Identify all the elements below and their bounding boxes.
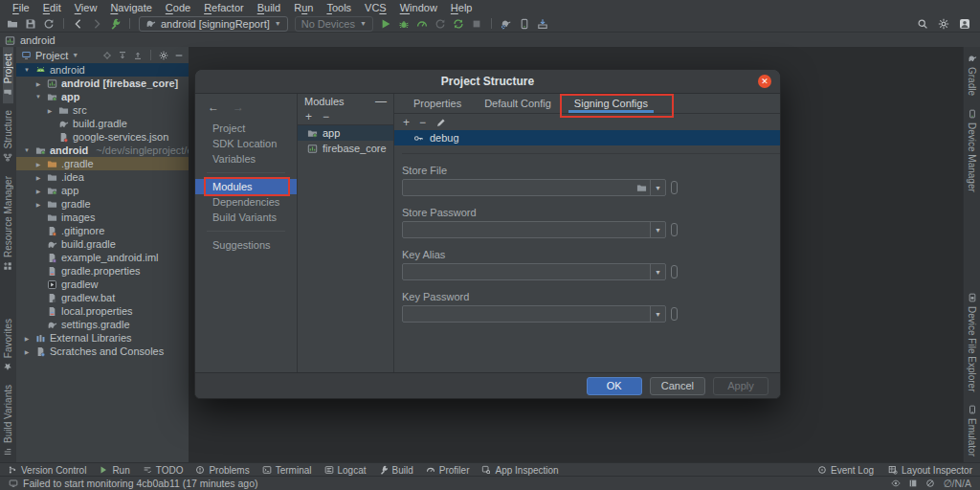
tree-item-app[interactable]: ▶app — [16, 184, 189, 197]
profile-icon[interactable] — [416, 18, 428, 30]
eye-icon[interactable] — [891, 479, 901, 488]
tree-item-idea[interactable]: ▶.idea — [16, 170, 189, 184]
expand-arrow-icon[interactable]: ▶ — [22, 348, 32, 355]
run-configuration-select[interactable]: android [signingReport]▼ — [139, 16, 288, 32]
tab-signing-configs[interactable]: Signing Configs — [563, 94, 659, 113]
menu-item-run[interactable]: Run — [287, 2, 320, 13]
apply-changes-icon[interactable] — [453, 18, 464, 30]
tree-item-android-firebase-core[interactable]: ▶android [firebase_core] — [16, 77, 189, 90]
dialog-nav-item-sdk-location[interactable]: SDK Location — [195, 136, 297, 151]
open-project-icon[interactable] — [7, 18, 18, 30]
chevron-down-icon[interactable]: ▼ — [650, 264, 665, 279]
tool-window-button-terminal[interactable]: Terminal — [262, 465, 312, 476]
dialog-nav-item-dependencies[interactable]: Dependencies — [195, 194, 297, 210]
coverage-icon[interactable] — [434, 18, 446, 30]
tree-item-google-services-json[interactable]: google-services.json — [16, 130, 189, 144]
tab-default-config[interactable]: Default Config — [473, 94, 563, 113]
expand-arrow-icon[interactable]: ▶ — [33, 161, 43, 167]
collapse-arrow-icon[interactable]: ▼ — [33, 94, 43, 100]
sync-gradle-icon[interactable] — [501, 18, 512, 30]
expand-arrow-icon[interactable]: ▶ — [22, 335, 32, 342]
tree-item-scratches-and-consoles[interactable]: ▶Scratches and Consoles — [16, 345, 189, 358]
tree-item-gradlew[interactable]: gradlew — [16, 278, 189, 291]
tree-item-gradle[interactable]: ▶.gradle — [16, 157, 189, 170]
tree-item-images[interactable]: images — [16, 211, 189, 224]
project-view-selector[interactable]: Project — [35, 50, 68, 61]
tree-item-app[interactable]: ▼app — [16, 90, 189, 103]
tool-window-button-app-inspection[interactable]: App Inspection — [481, 465, 558, 476]
tree-item-local-properties[interactable]: local.properties — [16, 304, 189, 318]
module-item-app[interactable]: app — [298, 125, 393, 141]
device-manager-icon[interactable] — [519, 18, 530, 30]
dialog-nav-item-modules[interactable]: Modules — [195, 179, 297, 194]
tool-window-button-event-log[interactable]: Event Log — [817, 465, 874, 476]
chevron-down-icon[interactable]: ▼ — [72, 52, 78, 58]
expand-arrow-icon[interactable]: ▶ — [33, 174, 43, 181]
menu-item-navigate[interactable]: Navigate — [103, 2, 158, 13]
tree-item-example-android-iml[interactable]: example_android.iml — [16, 251, 189, 264]
tool-strip-item-favorites[interactable]: Favorites — [3, 312, 13, 378]
close-icon[interactable]: ✕ — [758, 75, 771, 88]
dialog-nav-item-project[interactable]: Project — [195, 121, 297, 136]
tree-item-gitignore[interactable]: .gitignore — [16, 224, 189, 237]
menu-item-help[interactable]: Help — [444, 2, 479, 13]
tree-item-external-libraries[interactable]: ▶External Libraries — [16, 331, 189, 345]
key-alias-input[interactable]: ▼ — [402, 263, 666, 280]
tool-window-button-build[interactable]: Build — [379, 465, 413, 476]
gear-icon[interactable] — [159, 51, 168, 60]
menu-item-vcs[interactable]: VCS — [358, 2, 393, 13]
tree-item-build-gradle[interactable]: build.gradle — [16, 117, 189, 130]
hide-panel-icon[interactable]: — — [375, 97, 387, 106]
collapse-all-icon[interactable] — [133, 51, 143, 60]
tree-item-gradlew-bat[interactable]: gradlew.bat — [16, 291, 189, 304]
tool-window-button-layout-inspector[interactable]: Layout Inspector — [888, 465, 972, 476]
tool-strip-item-resource-manager[interactable]: Resource Manager — [3, 169, 13, 278]
chevron-down-icon[interactable]: ▼ — [650, 180, 665, 195]
rename-config-icon[interactable] — [435, 117, 447, 128]
tool-window-button-logcat[interactable]: Logcat — [324, 465, 367, 476]
forward-icon[interactable] — [91, 18, 102, 30]
store-password-input[interactable]: ▼ — [402, 221, 666, 238]
tool-window-button-run[interactable]: Run — [99, 465, 129, 476]
tool-strip-item-build-variants[interactable]: Build Variants — [3, 378, 13, 463]
variable-selector-icon[interactable] — [671, 181, 678, 194]
tool-strip-item-emulator[interactable]: Emulator — [967, 398, 977, 463]
build-icon[interactable] — [109, 18, 121, 30]
locate-icon[interactable] — [102, 51, 112, 60]
tool-window-button-todo[interactable]: TODO — [143, 465, 184, 476]
menu-item-tools[interactable]: Tools — [320, 2, 358, 13]
dialog-nav-item-variables[interactable]: Variables — [195, 151, 297, 167]
save-icon[interactable] — [25, 18, 36, 30]
chevron-down-icon[interactable]: ▼ — [650, 222, 665, 237]
tree-item-src[interactable]: ▶src — [16, 103, 189, 117]
tool-strip-item-gradle[interactable]: Gradle — [967, 47, 977, 102]
tree-item-settings-gradle[interactable]: settings.gradle — [16, 318, 189, 331]
expand-all-icon[interactable] — [118, 51, 127, 60]
tree-item-android[interactable]: ▼android — [16, 63, 189, 77]
back-icon[interactable]: ← — [208, 100, 219, 114]
refresh-icon[interactable] — [43, 18, 55, 30]
expand-arrow-icon[interactable]: ▶ — [33, 201, 43, 208]
cancel-button[interactable]: Cancel — [650, 377, 705, 395]
menu-item-window[interactable]: Window — [393, 2, 444, 13]
module-item-firebase-core[interactable]: firebase_core — [298, 141, 393, 156]
tool-strip-item-project[interactable]: Project — [3, 47, 13, 103]
device-select[interactable]: No Devices▼ — [295, 16, 373, 32]
chevron-down-icon[interactable]: ▼ — [650, 306, 665, 322]
expand-arrow-icon[interactable]: ▶ — [45, 107, 55, 114]
tab-properties[interactable]: Properties — [402, 94, 473, 113]
variable-selector-icon[interactable] — [671, 223, 678, 236]
key-password-input[interactable]: ▼ — [402, 305, 666, 323]
tool-strip-item-device-file-explorer[interactable]: Device File Explorer — [967, 286, 977, 398]
debug-icon[interactable] — [398, 18, 410, 30]
menu-item-edit[interactable]: Edit — [36, 2, 68, 13]
variable-selector-icon[interactable] — [671, 265, 678, 278]
book-icon[interactable] — [908, 479, 918, 488]
dialog-nav-item-build-variants[interactable]: Build Variants — [195, 210, 297, 225]
variable-selector-icon[interactable] — [671, 307, 678, 321]
tool-strip-item-device-manager[interactable]: Device Manager — [967, 102, 977, 199]
tool-window-button-profiler[interactable]: Profiler — [426, 465, 470, 476]
menu-item-view[interactable]: View — [68, 2, 104, 13]
tree-item-gradle[interactable]: ▶gradle — [16, 197, 189, 211]
expand-arrow-icon[interactable]: ▶ — [33, 188, 43, 194]
